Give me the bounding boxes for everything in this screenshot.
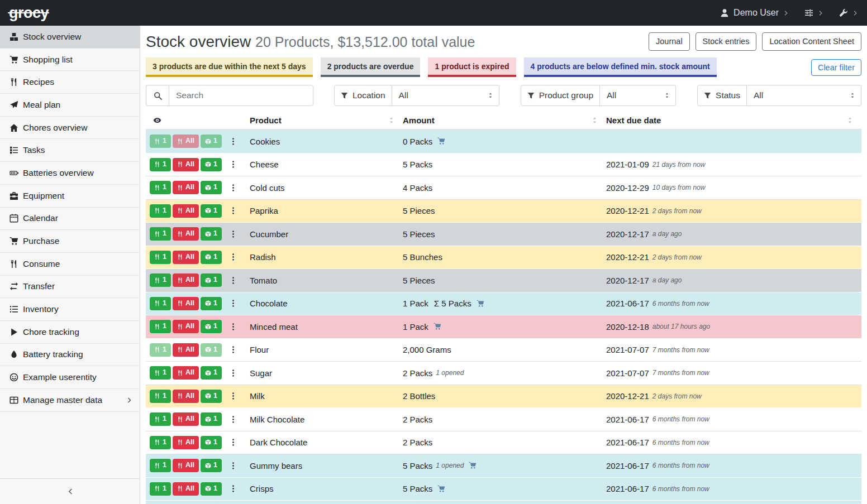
- consume-one-button[interactable]: 1: [150, 297, 171, 310]
- consume-all-button[interactable]: All: [173, 227, 199, 241]
- journal-button[interactable]: Journal: [649, 32, 690, 51]
- sidebar-item-recipes[interactable]: Recipes: [0, 71, 140, 94]
- sidebar-item-tasks[interactable]: Tasks: [0, 139, 140, 162]
- sidebar-item-stock-overview[interactable]: Stock overview: [0, 26, 140, 49]
- clear-filter-button[interactable]: Clear filter: [811, 59, 861, 76]
- consume-one-button[interactable]: 1: [150, 412, 171, 426]
- row-menu-button[interactable]: [226, 390, 240, 402]
- sidebar-item-example-userentity[interactable]: Example userentity: [0, 366, 140, 389]
- open-one-button[interactable]: 1: [201, 158, 222, 171]
- open-one-button[interactable]: 1: [201, 297, 222, 310]
- sort-icon[interactable]: [591, 117, 598, 124]
- consume-all-button[interactable]: All: [173, 436, 199, 449]
- row-menu-button[interactable]: [226, 182, 240, 194]
- sidebar-item-transfer[interactable]: Transfer: [0, 276, 140, 299]
- search-input[interactable]: [169, 85, 313, 106]
- open-one-button[interactable]: 1: [201, 412, 222, 426]
- consume-one-button[interactable]: 1: [150, 227, 171, 241]
- consume-all-button[interactable]: All: [173, 482, 199, 496]
- consume-all-button[interactable]: All: [173, 390, 199, 403]
- sidebar-item-battery-tracking[interactable]: Battery tracking: [0, 344, 140, 367]
- consume-one-button[interactable]: 1: [150, 366, 171, 380]
- location-content-sheet-button[interactable]: Location Content Sheet: [762, 32, 861, 51]
- row-menu-button[interactable]: [226, 136, 240, 147]
- consume-one-button[interactable]: 1: [150, 204, 171, 218]
- grocy-logo[interactable]: grocy: [8, 6, 50, 21]
- row-menu-button[interactable]: [226, 159, 240, 170]
- consume-one-button[interactable]: 1: [150, 158, 171, 171]
- consume-all-button[interactable]: All: [173, 273, 199, 287]
- open-one-button[interactable]: 1: [201, 181, 222, 194]
- column-header-amount[interactable]: Amount: [403, 116, 435, 125]
- product-group-select[interactable]: All: [600, 85, 676, 106]
- sidebar-item-chore-tracking[interactable]: Chore tracking: [0, 321, 140, 344]
- row-menu-button[interactable]: [226, 297, 240, 309]
- consume-all-button[interactable]: All: [173, 158, 199, 171]
- banner-due-soon[interactable]: 3 products are due within the next 5 day…: [146, 57, 313, 77]
- sidebar-item-shopping-list[interactable]: Shopping list: [0, 49, 140, 71]
- consume-one-button[interactable]: 1: [150, 390, 171, 403]
- settings-menu[interactable]: [804, 8, 824, 17]
- consume-all-button[interactable]: All: [173, 366, 199, 380]
- row-menu-button[interactable]: [226, 460, 240, 472]
- open-one-button[interactable]: 1: [201, 390, 222, 403]
- consume-one-button[interactable]: 1: [150, 251, 171, 264]
- open-one-button[interactable]: 1: [201, 204, 222, 218]
- open-one-button[interactable]: 1: [201, 366, 222, 380]
- row-menu-button[interactable]: [226, 483, 240, 495]
- consume-all-button[interactable]: All: [173, 181, 199, 194]
- consume-all-button[interactable]: All: [173, 412, 199, 426]
- consume-all-button[interactable]: All: [173, 204, 199, 218]
- sort-icon[interactable]: [846, 117, 854, 124]
- banner-expired[interactable]: 1 product is expired: [428, 57, 516, 77]
- consume-one-button[interactable]: 1: [150, 320, 171, 333]
- cart-icon[interactable]: [477, 300, 484, 308]
- row-menu-button[interactable]: [226, 436, 240, 448]
- sidebar-item-equipment[interactable]: Equipment: [0, 185, 140, 208]
- consume-all-button[interactable]: All: [173, 320, 199, 333]
- cart-icon[interactable]: [437, 485, 445, 493]
- open-one-button[interactable]: 1: [201, 459, 222, 472]
- row-menu-button[interactable]: [226, 414, 240, 425]
- eye-icon[interactable]: [153, 116, 161, 124]
- open-one-button[interactable]: 1: [201, 482, 222, 496]
- sidebar-item-chores-overview[interactable]: Chores overview: [0, 117, 140, 140]
- admin-menu[interactable]: [839, 8, 859, 17]
- row-menu-button[interactable]: [226, 367, 240, 379]
- banner-overdue[interactable]: 2 products are overdue: [321, 57, 421, 77]
- consume-one-button[interactable]: 1: [150, 482, 171, 496]
- open-one-button[interactable]: 1: [201, 436, 222, 449]
- consume-all-button[interactable]: All: [173, 343, 199, 357]
- consume-one-button[interactable]: 1: [150, 459, 171, 472]
- sidebar-item-meal-plan[interactable]: Meal plan: [0, 94, 140, 117]
- location-select[interactable]: All: [392, 85, 499, 106]
- row-menu-button[interactable]: [226, 275, 240, 286]
- column-header-product[interactable]: Product: [250, 116, 282, 125]
- row-menu-button[interactable]: [226, 251, 240, 263]
- column-header-next-due-date[interactable]: Next due date: [606, 116, 661, 125]
- user-menu[interactable]: Demo User: [720, 8, 789, 18]
- sidebar-item-manage-master-data[interactable]: Manage master data: [0, 389, 140, 412]
- sidebar-item-purchase[interactable]: Purchase: [0, 230, 140, 253]
- sidebar-item-consume[interactable]: Consume: [0, 253, 140, 276]
- open-one-button[interactable]: 1: [201, 227, 222, 241]
- open-one-button[interactable]: 1: [201, 251, 222, 264]
- sidebar-item-inventory[interactable]: Inventory: [0, 298, 140, 321]
- row-menu-button[interactable]: [226, 344, 240, 356]
- open-one-button[interactable]: 1: [201, 320, 222, 333]
- sidebar-collapse-button[interactable]: [0, 478, 140, 504]
- consume-one-button[interactable]: 1: [150, 273, 171, 287]
- sidebar-item-calendar[interactable]: Calendar: [0, 208, 140, 231]
- consume-all-button[interactable]: All: [173, 297, 199, 310]
- open-one-button[interactable]: 1: [201, 273, 222, 287]
- banner-below-min-stock[interactable]: 4 products are below defined min. stock …: [524, 57, 717, 77]
- row-menu-button[interactable]: [226, 205, 240, 217]
- cart-icon[interactable]: [469, 462, 477, 469]
- consume-one-button[interactable]: 1: [150, 436, 171, 449]
- status-select[interactable]: All: [747, 85, 861, 106]
- consume-all-button[interactable]: All: [173, 459, 199, 472]
- cart-icon[interactable]: [434, 323, 441, 330]
- row-menu-button[interactable]: [226, 228, 240, 240]
- consume-all-button[interactable]: All: [173, 251, 199, 264]
- cart-icon[interactable]: [437, 137, 445, 145]
